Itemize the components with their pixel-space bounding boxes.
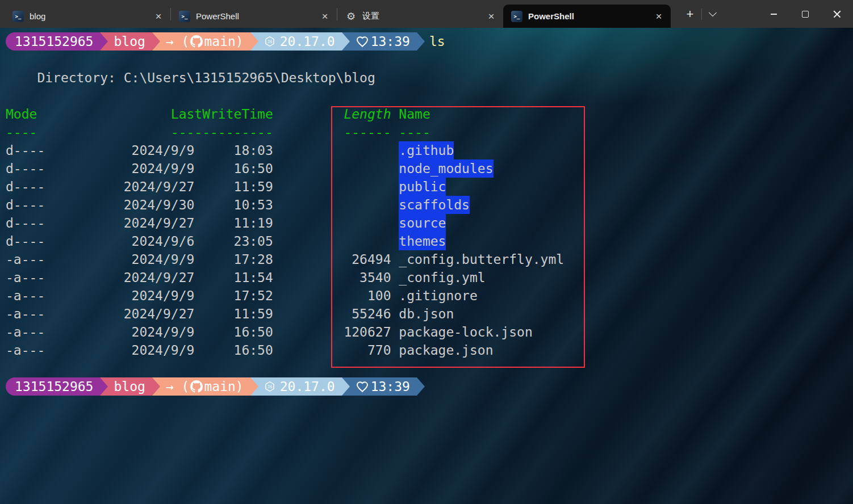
file-date: 2024/9/27 [45,178,194,196]
file-name: package.json [399,341,493,359]
file-name-cell: themes [399,232,446,250]
close-icon [833,10,841,18]
github-icon [190,380,203,393]
column-gap [391,341,399,359]
file-name-cell: node_modules [399,159,493,178]
prompt-segment-git: → (main) [152,32,250,51]
file-length: 26494 [273,250,391,268]
file-row: d----2024/9/623:05themes [6,232,853,250]
prompt-branch: main [204,379,235,394]
file-row: d----2024/9/2711:59public [6,178,853,196]
underline-name: ---- [399,123,430,141]
svg-text:JS: JS [267,384,272,389]
tab-powershell-1[interactable]: >_ PowerShell × [171,5,337,28]
file-time: 11:54 [194,268,273,287]
svg-text:JS: JS [267,39,272,44]
branch-arrow-icon: → [166,34,174,49]
github-icon [190,35,203,48]
file-name: .gitignore [399,287,477,305]
tab-title: PowerShell [528,11,574,21]
file-mode: -a--- [6,323,45,341]
directory-name: scaffolds [399,196,470,214]
underline-mode: ---- [6,123,45,141]
file-date: 2024/9/6 [45,232,194,250]
nodejs-icon: JS [264,36,275,47]
prompt-segment-user: 1315152965 [6,377,100,396]
file-row: d----2024/9/916:50node_modules [6,159,853,178]
blank-line [6,87,853,105]
column-gap [391,232,399,250]
file-length [273,214,391,232]
file-row: -a---2024/9/2711:5955246db.json [6,305,853,323]
tab-dropdown-button[interactable] [703,5,722,24]
minimize-button[interactable] [758,0,789,28]
tab-title: PowerShell [196,11,239,21]
file-name-cell: public [399,178,446,196]
close-tab-icon[interactable]: × [319,10,331,23]
file-time: 11:59 [194,305,273,323]
file-mode: -a--- [6,341,45,359]
file-name: package-lock.json [399,323,532,341]
file-name-cell: package.json [399,341,493,359]
file-mode: d---- [6,178,45,196]
listing-underline-row: --------------------------- [6,123,853,141]
file-length [273,232,391,250]
close-tab-icon[interactable]: × [485,10,497,23]
branch-paren-close: ) [236,34,244,49]
file-name-cell: .gitignore [399,287,477,305]
tab-powershell-active[interactable]: >_ PowerShell × [503,5,671,28]
prompt-branch: main [204,34,235,49]
file-date: 2024/9/27 [45,305,194,323]
maximize-button[interactable] [789,0,821,28]
file-date: 2024/9/9 [45,159,194,178]
header-lastwritetime: LastWriteTime [45,105,273,123]
gear-icon: ⚙ [345,10,357,23]
prompt-segment-node: JS 20.17.0 [250,377,342,396]
column-gap [391,287,399,305]
file-date: 2024/9/30 [45,196,194,214]
branch-arrow-icon: → [166,379,174,394]
file-length [273,159,391,178]
file-date: 2024/9/9 [45,250,194,268]
prompt-segment-user: 1315152965 [6,32,100,51]
prompt-segment-node: JS 20.17.0 [250,32,342,51]
branch-paren-open: ( [182,34,190,49]
close-tab-icon[interactable]: × [653,10,665,23]
file-mode: -a--- [6,268,45,287]
directory-path-line: Directory: C:\Users\1315152965\Desktop\b… [6,69,853,87]
header-name: Name [399,105,430,123]
file-date: 2024/9/9 [45,341,194,359]
powershell-icon: >_ [511,11,522,22]
file-time: 10:53 [194,196,273,214]
file-time: 23:05 [194,232,273,250]
directory-name: source [399,214,446,232]
column-gap [391,268,399,287]
file-mode: d---- [6,159,45,178]
powershell-icon: >_ [12,11,24,22]
tab-settings[interactable]: ⚙ 设置 × [337,5,503,28]
column-gap [391,214,399,232]
file-name-cell: _config.yml [399,268,485,287]
file-time: 17:52 [194,287,273,305]
file-name: _config.yml [399,268,485,287]
heart-icon [356,35,369,48]
file-name-cell: source [399,214,446,232]
terminal-screen[interactable]: 1315152965 blog → (main) JS 20.17.0 13:3… [0,28,853,504]
file-mode: -a--- [6,287,45,305]
column-gap [391,305,399,323]
chevron-down-icon [709,9,717,16]
file-length [273,178,391,196]
tab-title: blog [30,11,45,21]
file-mode: d---- [6,196,45,214]
new-tab-button[interactable]: + [680,5,700,24]
close-tab-icon[interactable]: × [152,10,165,23]
terminal-window: >_ blog × >_ PowerShell × ⚙ 设置 × >_ Powe… [0,0,853,504]
file-time: 16:50 [194,159,273,178]
nodejs-icon: JS [264,381,275,392]
close-window-button[interactable] [821,0,853,28]
file-date: 2024/9/27 [45,214,194,232]
file-name: _config.butterfly.yml [399,250,564,268]
file-date: 2024/9/27 [45,268,194,287]
tab-blog[interactable]: >_ blog × [5,5,170,28]
file-length: 100 [273,287,391,305]
